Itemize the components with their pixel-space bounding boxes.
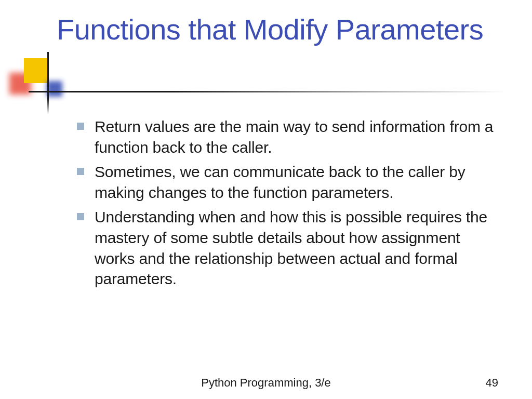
slide-content: Return values are the main way to send i… — [77, 116, 503, 294]
bullet-text: Understanding when and how this is possi… — [95, 207, 503, 289]
slide-footer: Python Programming, 3/e — [0, 376, 532, 390]
bullet-marker-icon — [77, 168, 84, 175]
bullet-item: Return values are the main way to send i… — [77, 116, 503, 157]
bullet-marker-icon — [77, 213, 84, 220]
bullet-text: Sometimes, we can communicate back to th… — [95, 162, 503, 203]
vertical-divider — [47, 52, 49, 114]
page-number: 49 — [486, 376, 498, 390]
bullet-text: Return values are the main way to send i… — [95, 116, 503, 157]
bullet-item: Sometimes, we can communicate back to th… — [77, 162, 503, 203]
horizontal-divider — [29, 91, 507, 92]
footer-text: Python Programming, 3/e — [201, 376, 330, 390]
bullet-marker-icon — [77, 123, 84, 130]
yellow-accent-square — [24, 58, 49, 83]
blue-accent-square — [47, 81, 62, 97]
slide-decoration — [20, 58, 82, 110]
slide-title: Functions that Modify Parameters — [57, 11, 483, 48]
bullet-item: Understanding when and how this is possi… — [77, 207, 503, 289]
